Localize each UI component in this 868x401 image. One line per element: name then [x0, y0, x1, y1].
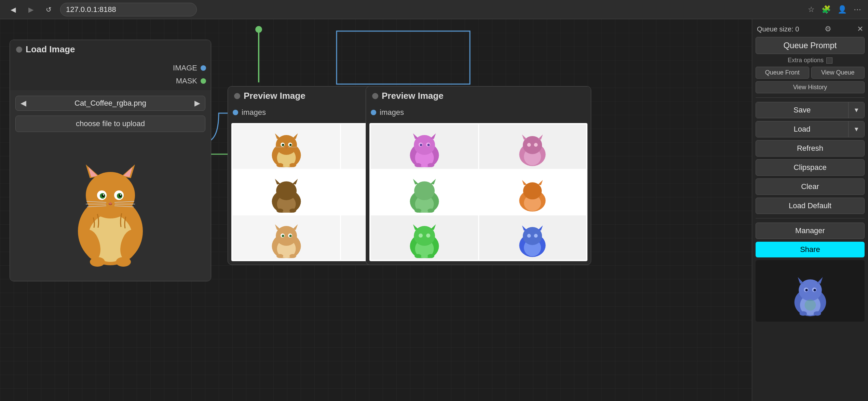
load-image-node: Load Image IMAGE MASK ◀ Cat_Coffee_rgba.…	[10, 40, 211, 281]
mask-port-dot[interactable]	[201, 78, 206, 84]
svg-point-109	[415, 209, 421, 213]
preview2-cell-1	[371, 124, 478, 169]
nm-cat-5	[406, 217, 443, 258]
image-port-dot[interactable]	[201, 65, 206, 71]
view-history-button[interactable]: View History	[756, 81, 865, 93]
preview2-title: Preview Image	[382, 91, 444, 101]
file-selector: ◀ Cat_Coffee_rgba.png ▶	[15, 96, 205, 111]
preview2-header: Preview Image	[366, 86, 591, 105]
svg-marker-115	[538, 180, 543, 185]
reload-button[interactable]: ↺	[42, 3, 55, 16]
browser-icons: ☆ 🧩 👤 ⋯	[808, 5, 861, 14]
save-dropdown-arrow[interactable]: ▼	[848, 102, 864, 118]
preview1-port-dot[interactable]	[233, 110, 238, 115]
preview1-title: Preview Image	[244, 91, 306, 101]
menu-icon[interactable]: ⋯	[854, 5, 861, 14]
svg-point-94	[427, 144, 430, 146]
svg-marker-114	[522, 180, 527, 185]
app-area: Load Image IMAGE MASK ◀ Cat_Coffee_rgba.…	[0, 19, 868, 401]
svg-point-145	[804, 299, 816, 311]
preview1-cell-5	[233, 215, 340, 260]
queue-front-button[interactable]: Queue Front	[756, 67, 809, 79]
image-port-label: IMAGE	[173, 64, 197, 72]
back-button[interactable]: ◀	[7, 3, 19, 16]
svg-point-103	[534, 143, 538, 147]
svg-point-106	[414, 182, 435, 200]
preview2-port-row: images	[366, 105, 591, 120]
svg-point-15	[103, 194, 104, 196]
canvas-area: Load Image IMAGE MASK ◀ Cat_Coffee_rgba.…	[0, 19, 752, 401]
svg-point-95	[415, 163, 421, 167]
settings-icon-button[interactable]: ⚙	[825, 25, 831, 34]
queue-size-row: Queue size: 0 ⚙ ✕	[756, 24, 865, 34]
svg-point-76	[289, 235, 291, 237]
extra-options-checkbox[interactable]	[826, 57, 832, 64]
svg-marker-31	[275, 133, 280, 139]
address-bar[interactable]: 127.0.0.1:8188	[60, 3, 197, 16]
extra-options-row: Extra options	[756, 57, 865, 64]
svg-point-43	[289, 163, 296, 167]
prev-file-button[interactable]: ◀	[21, 99, 26, 108]
svg-marker-89	[413, 133, 418, 139]
svg-marker-129	[538, 226, 543, 231]
save-split-button: Save ▼	[756, 102, 865, 118]
svg-point-142	[814, 289, 815, 291]
clear-button[interactable]: Clear	[756, 178, 865, 195]
preview1-collapse-dot[interactable]	[234, 93, 240, 99]
close-icon-button[interactable]: ✕	[857, 25, 863, 34]
refresh-button[interactable]: Refresh	[756, 140, 865, 157]
forward-button[interactable]: ▶	[25, 3, 37, 16]
svg-point-93	[420, 144, 422, 146]
preview-node-2: Preview Image images	[366, 86, 591, 265]
bookmark-icon[interactable]: ☆	[808, 5, 815, 14]
svg-point-38	[290, 144, 291, 146]
preview1-cat-3	[268, 172, 305, 213]
share-button[interactable]: Share	[756, 242, 865, 257]
extension-icon[interactable]: 🧩	[822, 5, 831, 14]
svg-marker-136	[817, 277, 823, 283]
load-image-header: Load Image	[10, 40, 211, 59]
load-default-button[interactable]: Load Default	[756, 198, 865, 214]
profile-icon[interactable]: 👤	[838, 5, 847, 14]
file-name-display: Cat_Coffee_rgba.png	[30, 99, 191, 108]
svg-point-143	[799, 311, 807, 316]
load-dropdown-arrow[interactable]: ▼	[848, 121, 864, 137]
load-button[interactable]: Load	[756, 121, 848, 137]
preview1-cat-5	[268, 217, 305, 258]
divider-1	[756, 97, 865, 98]
nm-cat-4	[515, 172, 550, 213]
svg-point-141	[806, 289, 807, 291]
upload-button[interactable]: choose file to upload	[15, 116, 205, 132]
divider-2	[756, 218, 865, 218]
view-queue-button[interactable]: View Queue	[811, 67, 865, 79]
preview2-cell-5	[371, 215, 478, 260]
clipspace-button[interactable]: Clipspace	[756, 159, 865, 176]
preview2-collapse-dot[interactable]	[372, 93, 378, 99]
svg-marker-128	[522, 226, 527, 231]
sidebar: Queue size: 0 ⚙ ✕ Queue Prompt Extra opt…	[752, 19, 868, 401]
svg-point-4	[86, 172, 135, 218]
svg-point-121	[419, 233, 423, 238]
svg-marker-90	[430, 133, 436, 139]
node-collapse-dot[interactable]	[16, 46, 22, 53]
svg-marker-100	[522, 135, 527, 140]
save-button[interactable]: Save	[756, 102, 848, 118]
preview2-port-dot[interactable]	[371, 110, 376, 115]
next-file-button[interactable]: ▶	[194, 99, 200, 108]
mask-port-label: MASK	[176, 77, 197, 85]
svg-marker-120	[430, 224, 436, 230]
preview2-cell-6	[479, 215, 586, 260]
preview2-cell-2	[479, 124, 586, 169]
queue-prompt-button[interactable]: Queue Prompt	[756, 37, 865, 54]
svg-point-144	[813, 311, 821, 316]
preview1-cell-3	[233, 170, 340, 214]
preview1-port-label: images	[242, 108, 266, 117]
svg-marker-119	[413, 224, 418, 230]
preview2-cell-3	[371, 170, 478, 214]
svg-marker-107	[413, 179, 418, 185]
sidebar-cat-svg	[790, 263, 831, 319]
preview1-cell-1	[233, 124, 340, 169]
manager-button[interactable]: Manager	[756, 223, 865, 239]
nm-cat-2	[515, 126, 550, 167]
svg-point-37	[283, 144, 284, 146]
